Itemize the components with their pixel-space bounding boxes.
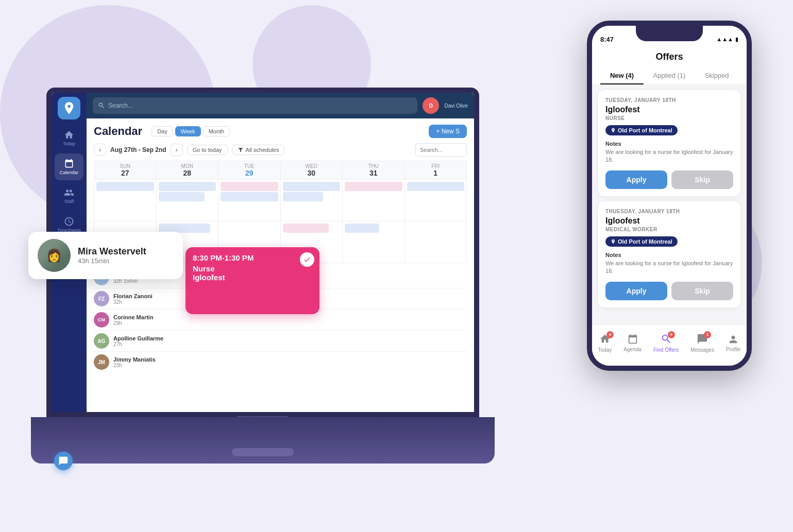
cal-cell-thu[interactable] xyxy=(343,180,404,221)
topbar: Search... D Davi Olive xyxy=(87,93,474,118)
cal-cell-fri[interactable] xyxy=(405,180,467,221)
nav-row: ‹ Aug 27th - Sep 2nd › Go to today All s… xyxy=(94,143,467,157)
offer-role-1: MEDICAL WORKER xyxy=(605,227,733,232)
offer-location-1: Old Port of Montreal xyxy=(605,236,678,247)
cal-cell-tue[interactable] xyxy=(218,180,280,221)
view-week-button[interactable]: Week xyxy=(175,126,201,136)
filter-button[interactable]: All schedules xyxy=(232,145,285,155)
sidebar-item-today[interactable]: Today xyxy=(55,125,83,151)
date-range-label: Aug 27th - Sep 2nd xyxy=(110,146,166,153)
cal-cell-wed[interactable] xyxy=(281,180,343,221)
floating-employee-card: 👩 Mira Westervelt 43h 15min xyxy=(28,232,183,279)
shift-event-time: 8:30 PM-1:30 PM xyxy=(193,253,312,262)
cal-header-sun: SUN 27 xyxy=(94,161,156,179)
phone-header: Offers xyxy=(592,48,747,67)
phone-frame: 8:47 ▲▲▲ ▮ Offers New (4) Applied (1) Sk… xyxy=(587,21,752,371)
offer-location-0: Old Port of Montreal xyxy=(605,125,678,135)
phone-offers-content: TUESDAY, JANUARY 18TH Igloofest NURSE Ol… xyxy=(592,85,747,361)
laptop-base xyxy=(31,417,495,464)
offer-notes-text-1: We are looking for a nurse for Igloofest… xyxy=(605,260,733,276)
staff-item-4[interactable]: JM Jimmy Maniatis 23h xyxy=(94,352,467,370)
offer-skip-button-1[interactable]: Skip xyxy=(671,282,733,300)
offer-title-1: Igloofest xyxy=(605,216,733,226)
staff-item-3[interactable]: AG Apolline Guillarme 27h xyxy=(94,331,467,352)
offer-apply-button-0[interactable]: Apply xyxy=(605,170,667,189)
offer-date-1: THUESDAY, JANUARY 18TH xyxy=(605,209,733,214)
sidebar-item-calendar[interactable]: Calendar xyxy=(55,153,83,180)
shift-event-place: Igloofest xyxy=(193,273,312,282)
shift-check-icon xyxy=(300,252,314,267)
phone-nav-find-offers[interactable]: 4 Find Offers xyxy=(653,333,679,353)
staff-avatar-4: JM xyxy=(94,354,109,370)
app-logo[interactable] xyxy=(58,97,80,119)
cal-cell-sun[interactable] xyxy=(94,180,156,221)
offer-location-text-0: Old Port of Montreal xyxy=(618,127,672,133)
cal-cell-mon[interactable] xyxy=(157,180,218,221)
cal-cell-thu-2[interactable] xyxy=(343,221,404,263)
laptop-notch xyxy=(232,448,294,456)
view-day-button[interactable]: Day xyxy=(151,126,173,136)
chat-bubble-button[interactable] xyxy=(54,452,73,470)
phone-status-icons: ▲▲▲ ▮ xyxy=(716,36,738,43)
phone-notch xyxy=(636,26,703,41)
phone-nav-profile[interactable]: Profile xyxy=(726,334,740,352)
offer-notes-label-0: Notes xyxy=(605,141,733,147)
offer-notes-text-0: We are looking for a nurse for Igloofest… xyxy=(605,148,733,164)
wifi-icon: ▲▲▲ xyxy=(716,36,733,42)
offer-title-0: Igloofest xyxy=(605,105,733,114)
offer-notes-label-1: Notes xyxy=(605,252,733,258)
offer-apply-button-1[interactable]: Apply xyxy=(605,282,667,300)
view-month-button[interactable]: Month xyxy=(203,126,230,136)
topbar-username: Davi Olive xyxy=(444,103,468,109)
today-nav-badge: 4 xyxy=(606,331,614,338)
staff-avatar-1: FZ xyxy=(94,291,109,306)
phone-nav-agenda[interactable]: Agenda xyxy=(623,334,641,352)
offer-location-text-1: Old Port of Montreal xyxy=(618,238,672,245)
calendar-header: Calendar Day Week Month + New S xyxy=(94,125,467,138)
tab-applied[interactable]: Applied (1) xyxy=(648,67,691,84)
next-week-button[interactable]: › xyxy=(171,144,183,156)
cal-header-tue: TUE 29 xyxy=(218,161,280,179)
offer-actions-0: Apply Skip xyxy=(605,170,733,189)
battery-icon: ▮ xyxy=(735,36,738,43)
floating-card-time: 43h 15min xyxy=(78,257,146,265)
staff-avatar-3: AG xyxy=(94,333,109,349)
new-shift-button[interactable]: + New S xyxy=(429,125,467,138)
view-buttons: Day Week Month xyxy=(151,126,230,136)
offer-skip-button-0[interactable]: Skip xyxy=(671,170,733,189)
phone-nav-messages[interactable]: 1 Messages xyxy=(690,333,714,353)
shift-event-role: Nurse xyxy=(193,264,312,273)
floating-card-avatar: 👩 xyxy=(38,239,71,272)
phone: 8:47 ▲▲▲ ▮ Offers New (4) Applied (1) Sk… xyxy=(587,21,752,371)
tab-new[interactable]: New (4) xyxy=(600,67,644,84)
offer-role-0: NURSE xyxy=(605,115,733,121)
phone-time: 8:47 xyxy=(600,36,614,43)
offers-nav-badge: 4 xyxy=(668,331,675,338)
phone-bottom-nav: 4 Today Agenda 4 Find Offers 1 xyxy=(592,324,747,366)
phone-header-title: Offers xyxy=(600,52,738,62)
offer-date-0: TUESDAY, JANUARY 18TH xyxy=(605,97,733,103)
offer-card-0: TUESDAY, JANUARY 18TH Igloofest NURSE Ol… xyxy=(598,90,740,196)
topbar-avatar: D xyxy=(423,97,439,114)
cal-cell-fri-2[interactable] xyxy=(405,221,467,263)
cal-header-wed: WED 30 xyxy=(281,161,343,179)
cal-header-fri: FRI 1 xyxy=(405,161,467,179)
search-box[interactable]: Search... xyxy=(93,97,417,114)
offer-actions-1: Apply Skip xyxy=(605,282,733,300)
phone-tabs: New (4) Applied (1) Skipped xyxy=(592,67,747,85)
calendar-search-input[interactable] xyxy=(415,143,467,157)
phone-nav-today[interactable]: 4 Today xyxy=(598,333,612,353)
cal-header-mon: MON 28 xyxy=(157,161,218,179)
messages-nav-badge: 1 xyxy=(704,331,711,338)
calendar-title: Calendar xyxy=(94,125,142,138)
floating-card-name: Mira Westervelt xyxy=(78,246,146,257)
today-button[interactable]: Go to today xyxy=(187,145,228,155)
tab-skipped[interactable]: Skipped xyxy=(695,67,738,84)
sidebar-item-staff[interactable]: Staff xyxy=(55,182,83,209)
cal-header-thu: THU 31 xyxy=(343,161,404,179)
offer-card-1: THUESDAY, JANUARY 18TH Igloofest MEDICAL… xyxy=(598,201,740,307)
shift-event-card[interactable]: 8:30 PM-1:30 PM Nurse Igloofest xyxy=(185,247,319,314)
prev-week-button[interactable]: ‹ xyxy=(94,144,106,156)
staff-avatar-2: CM xyxy=(94,312,109,328)
